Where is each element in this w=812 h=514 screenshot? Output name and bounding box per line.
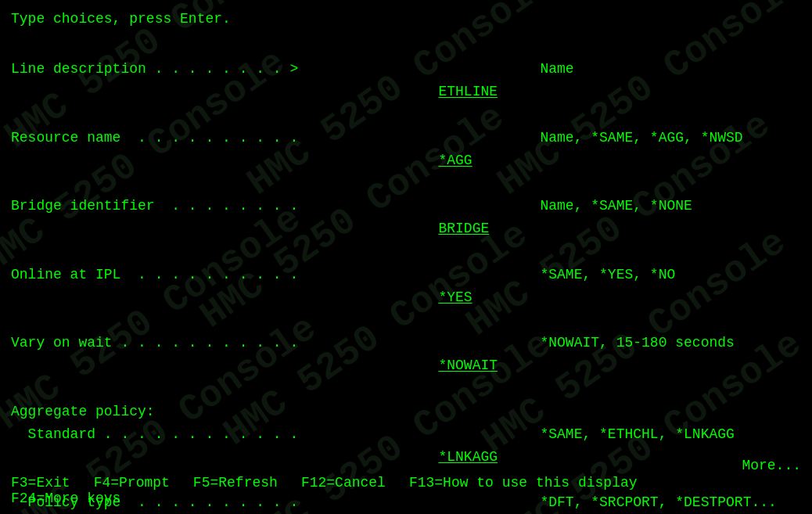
vary-on-wait-label: Vary on wait . . . . . . . . . . . <box>11 332 371 354</box>
line-description-label: Line description . . . . . . . . > <box>11 58 371 81</box>
online-at-ipl-label: Online at IPL . . . . . . . . . . <box>11 264 371 286</box>
standard-value[interactable]: *LNKAGG <box>371 423 532 491</box>
policy-type-row: Policy type . . . . . . . . . . *SRCDEST… <box>11 491 801 514</box>
standard-row: Standard . . . . . . . . . . . . *LNKAGG… <box>11 423 801 491</box>
line-description-value[interactable]: ETHLINE <box>371 58 532 126</box>
policy-type-hint: *DFT, *SRCPORT, *DESTPORT... <box>532 491 776 514</box>
vary-on-wait-hint: *NOWAIT, 15-180 seconds <box>532 332 734 354</box>
terminal-content: Type choices, press Enter. Line descript… <box>11 8 801 514</box>
line-description-row: Line description . . . . . . . . > ETHLI… <box>11 58 801 126</box>
bridge-identifier-label: Bridge identifier . . . . . . . . <box>11 195 371 217</box>
online-at-ipl-row: Online at IPL . . . . . . . . . . *YES *… <box>11 264 801 332</box>
policy-type-value[interactable]: *SRCDESTP <box>371 491 532 514</box>
top-message: Type choices, press Enter. <box>11 8 801 31</box>
line-description-hint: Name <box>532 58 573 81</box>
top-message-text: Type choices, press Enter. <box>11 11 231 27</box>
resource-name-row: Resource name . . . . . . . . . . *AGG N… <box>11 127 801 195</box>
aggregate-policy-header-row: Aggregate policy: <box>11 401 801 423</box>
policy-type-label: Policy type . . . . . . . . . . <box>11 491 371 514</box>
bridge-identifier-row: Bridge identifier . . . . . . . . BRIDGE… <box>11 195 801 263</box>
vary-on-wait-row: Vary on wait . . . . . . . . . . . *NOWA… <box>11 332 801 400</box>
standard-hint: *SAME, *ETHCHL, *LNKAGG <box>532 423 734 446</box>
standard-label: Standard . . . . . . . . . . . . <box>11 423 371 446</box>
terminal-screen: HMC 5250 Console HMC 5250 Console HMC 52… <box>0 0 812 514</box>
bridge-identifier-hint: Name, *SAME, *NONE <box>532 195 692 217</box>
bridge-identifier-value[interactable]: BRIDGE <box>371 195 532 263</box>
vary-on-wait-value[interactable]: *NOWAIT <box>371 332 532 400</box>
resource-name-label: Resource name . . . . . . . . . . <box>11 127 371 149</box>
online-at-ipl-value[interactable]: *YES <box>371 264 532 332</box>
resource-name-hint: Name, *SAME, *AGG, *NWSD <box>532 127 742 149</box>
aggregate-policy-header: Aggregate policy: <box>11 401 155 423</box>
online-at-ipl-hint: *SAME, *YES, *NO <box>532 264 675 286</box>
resource-name-value[interactable]: *AGG <box>371 127 532 195</box>
